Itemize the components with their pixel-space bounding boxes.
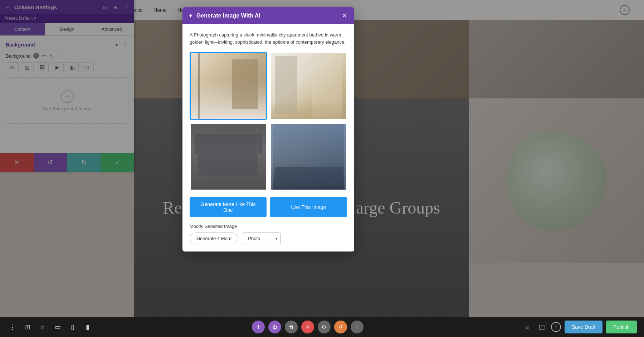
- use-image-button[interactable]: Use This Image: [270, 197, 347, 217]
- delete-element-button[interactable]: 🗑: [285, 321, 298, 333]
- generated-image-1[interactable]: [190, 52, 267, 120]
- toolbar-right: ⌕ ◫ ? Save Draft Publish: [522, 321, 637, 333]
- mobile-view-icon[interactable]: ▮: [82, 322, 93, 332]
- power-button[interactable]: ⏻: [268, 321, 281, 333]
- hamburger-icon[interactable]: ⋮: [7, 322, 18, 332]
- toolbar-search-icon[interactable]: ⌕: [37, 322, 48, 332]
- toolbar-center: + ⏻ 🗑 ✕ ⚙ ↺ ≡: [97, 321, 518, 333]
- generated-image-4[interactable]: [270, 123, 347, 191]
- modal-title: Generate Image With AI: [196, 13, 336, 19]
- generated-image-3[interactable]: [190, 123, 267, 191]
- bottom-toolbar: ⋮ ⊞ ⌕ ▭ ▯ ▮ + ⏻ 🗑 ✕ ⚙ ↺ ≡ ⌕ ◫ ? Save Dra…: [0, 317, 644, 337]
- generate-image-modal: ✦ Generate Image With AI ✕ A Photograph …: [182, 7, 354, 251]
- modify-label: Modify Selected Image: [190, 224, 347, 229]
- modal-header: ✦ Generate Image With AI ✕: [182, 7, 354, 24]
- element-settings-button[interactable]: ⚙: [318, 321, 331, 333]
- generate-more-button[interactable]: Generate More Like This One: [190, 197, 267, 217]
- help-button[interactable]: ?: [551, 322, 561, 332]
- modal-body: A Photograph capturing a sleek, minimali…: [182, 24, 354, 251]
- layers-icon[interactable]: ◫: [537, 322, 547, 332]
- publish-button[interactable]: Publish: [606, 321, 637, 333]
- modify-row: Generate 4 More Photo Illustration Paint…: [190, 233, 347, 244]
- modify-section: Modify Selected Image Generate 4 More Ph…: [190, 224, 347, 244]
- generated-image-2[interactable]: [270, 52, 347, 120]
- image-type-select[interactable]: Photo Illustration Painting 3D Render: [242, 233, 281, 244]
- add-element-button[interactable]: +: [252, 321, 265, 333]
- generate4-button[interactable]: Generate 4 More: [190, 233, 238, 244]
- modal-close-button[interactable]: ✕: [340, 11, 348, 20]
- modal-action-buttons: Generate More Like This One Use This Ima…: [190, 197, 347, 217]
- save-draft-button[interactable]: Save Draft: [565, 321, 602, 333]
- right-search-icon[interactable]: ⌕: [522, 322, 533, 332]
- wand-icon: ✦: [188, 13, 193, 19]
- desktop-view-icon[interactable]: ▭: [52, 322, 63, 332]
- close-element-button[interactable]: ✕: [301, 321, 314, 333]
- image-type-select-wrapper: Photo Illustration Painting 3D Render: [242, 233, 281, 244]
- grid-layout-icon[interactable]: ⊞: [22, 322, 33, 332]
- element-history-button[interactable]: ↺: [334, 321, 347, 333]
- modal-image-grid: [190, 52, 347, 191]
- tablet-view-icon[interactable]: ▯: [67, 322, 78, 332]
- element-stats-button[interactable]: ≡: [351, 321, 364, 333]
- modal-prompt-text: A Photograph capturing a sleek, minimali…: [190, 31, 347, 45]
